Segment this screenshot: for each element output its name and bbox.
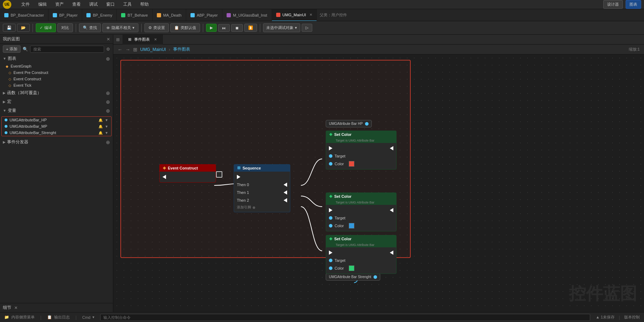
play-button[interactable]: ▶	[206, 24, 217, 32]
diff-button[interactable]: 对比	[57, 23, 73, 32]
functions-section-header[interactable]: ▶ 函数（36可覆盖） ⊕	[0, 88, 113, 97]
save-status[interactable]: ▲ 1未保存	[596, 315, 615, 320]
graph-section-header[interactable]: ▼ 图表 ⊕	[0, 54, 113, 63]
variables-section-header[interactable]: ▼ 变量 ⊕	[0, 106, 113, 115]
setcolor-hp-color-swatch[interactable]	[349, 161, 354, 167]
add-button[interactable]: + 添加	[3, 45, 21, 53]
var-mp-expand[interactable]: ▼	[105, 125, 108, 128]
tab-bp-player[interactable]: BP_Player	[49, 9, 82, 21]
tab-bp-enemy[interactable]: BP_Enemy	[82, 9, 117, 21]
then2-pin[interactable]	[284, 198, 287, 202]
setcolor-mp-color-swatch[interactable]	[349, 223, 354, 229]
tab-ma-death[interactable]: MA_Death	[153, 9, 186, 21]
search-input[interactable]	[30, 46, 104, 53]
event-graph-item[interactable]: ◆ EventGraph	[0, 63, 113, 69]
tab-bt-behave[interactable]: BT_Behave	[117, 9, 152, 21]
setcolor-hp-exec-out[interactable]	[390, 146, 393, 150]
sequence-node[interactable]: ⊞ Sequence Then 0 Then 1	[234, 164, 290, 212]
tab-bp-base[interactable]: BP_BaseCharacter	[0, 9, 49, 21]
menu-view[interactable]: 查看	[71, 1, 82, 8]
setcolor-str-color-swatch[interactable]	[349, 265, 354, 271]
variables-add-icon[interactable]: ⊕	[106, 108, 110, 114]
designer-button[interactable]: 设计器	[603, 0, 623, 9]
get-var-str-node[interactable]: UMGAttribute Bar Strenght	[326, 273, 380, 281]
nav-home-icon[interactable]: ⊞	[133, 47, 137, 52]
details-close[interactable]: ✕	[14, 305, 18, 310]
var-str-expand[interactable]: ▼	[105, 131, 108, 135]
var-str-bell[interactable]: 🔔	[98, 131, 103, 135]
my-blueprint-close[interactable]: ✕	[107, 37, 110, 42]
blueprint-canvas[interactable]: ◈ Event Construct ⊞ Sequence	[113, 54, 644, 312]
setcolor-str-node[interactable]: ◈ Set Color Target is UMG Attribute Bar …	[326, 235, 397, 274]
event-tick-item[interactable]: ◇ Event Tick	[0, 82, 113, 88]
menu-tools[interactable]: 工具	[122, 1, 133, 8]
event-construct-item[interactable]: ◇ Event Construct	[0, 76, 113, 82]
setcolor-hp-target-pin[interactable]	[329, 154, 332, 158]
nav-forward-icon[interactable]: →	[125, 47, 130, 52]
var-str[interactable]: UMGAttributeBar_Strenght 🔔 ▼	[2, 130, 111, 136]
get-var-hp-node[interactable]: UMGAttribute Bar HP	[326, 120, 372, 127]
macros-add-icon[interactable]: ⊕	[106, 99, 110, 105]
setcolor-mp-target-pin[interactable]	[329, 216, 332, 220]
menu-window[interactable]: 窗口	[105, 1, 116, 8]
var-mp-bell[interactable]: 🔔	[98, 125, 103, 128]
functions-add-icon[interactable]: ⊕	[106, 90, 110, 96]
then0-pin[interactable]	[284, 183, 287, 187]
menu-debug[interactable]: 调试	[88, 1, 99, 8]
tab-abp-player[interactable]: ABP_Player	[186, 9, 222, 21]
var-hp[interactable]: UMGAttributeBar_HP 🔔 ▼	[2, 117, 111, 123]
event-dispatchers-add-icon[interactable]: ⊕	[106, 139, 110, 145]
compile-button[interactable]: ✓ 编译	[36, 23, 56, 32]
cmd-input[interactable]	[100, 314, 590, 321]
setcolor-str-color-pin[interactable]	[329, 266, 332, 270]
content-browser-button[interactable]: 📁 内容侧滑菜单	[4, 315, 35, 320]
then1-pin[interactable]	[284, 190, 287, 195]
setcolor-hp-node[interactable]: ◈ Set Color Target is UMG Attribute Bar …	[326, 131, 397, 169]
setcolor-hp-color-pin[interactable]	[329, 162, 332, 166]
graph-button[interactable]: 图表	[626, 0, 641, 9]
macros-section-header[interactable]: ▶ 宏 ⊕	[0, 97, 113, 106]
setcolor-mp-color-pin[interactable]	[329, 224, 332, 228]
save-button[interactable]: 💾	[3, 24, 16, 32]
tab-event-graph-close[interactable]: ✕	[154, 38, 157, 41]
menu-file[interactable]: 文件	[20, 1, 31, 8]
nav-back-icon[interactable]: ←	[118, 47, 122, 52]
class-defaults-button[interactable]: 📋 类默认值	[170, 23, 200, 32]
event-dispatchers-header[interactable]: ▶ 事件分发器 ⊕	[0, 138, 113, 146]
setcolor-mp-node[interactable]: ◈ Set Color Target is UMG Attribute Bar …	[326, 192, 397, 231]
connector-node[interactable]	[216, 171, 222, 178]
menu-help[interactable]: 帮助	[139, 1, 150, 8]
event-preconstruct-item[interactable]: ◇ Event Pre Construct	[0, 69, 113, 76]
var-mp[interactable]: UMGAttributeBar_MP 🔔 ▼	[2, 123, 111, 130]
stop-button[interactable]: ⏹	[231, 24, 243, 32]
tab-m-uiglassball[interactable]: M_UIGlassBall_Inst	[222, 9, 272, 21]
cmd-selector[interactable]: Cmd ▾	[82, 315, 95, 320]
tab-event-graph[interactable]: ⊞ 事件图表 ✕	[122, 35, 163, 45]
browse-button[interactable]: 📂	[17, 24, 30, 32]
add-pin-button[interactable]: 添加引脚 ⊕	[234, 204, 290, 211]
breadcrumb-root[interactable]: UMG_MainUI	[140, 47, 166, 52]
var-hp-bell[interactable]: 🔔	[98, 118, 103, 122]
setcolor-mp-exec-out[interactable]	[390, 208, 393, 212]
find-button[interactable]: 🔍 查找	[79, 23, 101, 32]
event-construct-node[interactable]: ◈ Event Construct	[159, 164, 216, 183]
settings-icon[interactable]: ⚙	[106, 47, 110, 52]
tab-close-icon[interactable]: ✕	[309, 13, 312, 17]
debug-next-button[interactable]: ▷	[302, 24, 312, 32]
step-button[interactable]: ⏭	[218, 24, 230, 32]
tab-umg-mainui[interactable]: UMG_MainUI ✕	[272, 9, 317, 21]
graph-add-icon[interactable]: ⊕	[106, 56, 110, 62]
var-hp-expand[interactable]: ▼	[105, 118, 108, 122]
menu-asset[interactable]: 资产	[54, 1, 65, 8]
exec-out-pin[interactable]	[163, 175, 166, 179]
pause-button[interactable]: ⏫	[244, 24, 257, 32]
debug-target-selector[interactable]: 未选中调试对象 ▾	[263, 23, 300, 32]
class-settings-button[interactable]: ⚙ 类设置	[144, 23, 169, 32]
ue-logo[interactable]: UE	[3, 0, 11, 9]
version-control[interactable]: 版本控制	[624, 315, 640, 320]
menu-edit[interactable]: 编辑	[37, 1, 48, 8]
setcolor-str-target-pin[interactable]	[329, 259, 332, 262]
output-log-button[interactable]: 📋 输出日志	[47, 315, 70, 320]
setcolor-str-exec-out[interactable]	[390, 251, 393, 255]
hide-button[interactable]: 👁 隐藏不相关 ▾	[102, 23, 138, 32]
